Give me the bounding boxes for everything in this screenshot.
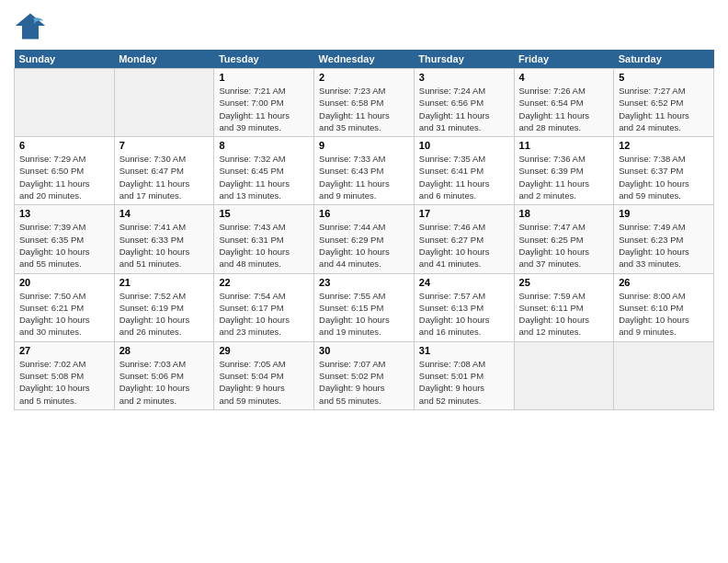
day-cell: 6Sunrise: 7:29 AMSunset: 6:50 PMDaylight… xyxy=(15,137,115,205)
day-info: Sunrise: 7:47 AMSunset: 6:25 PMDaylight:… xyxy=(519,221,609,270)
day-cell: 10Sunrise: 7:35 AMSunset: 6:41 PMDayligh… xyxy=(414,137,514,205)
logo-icon xyxy=(14,9,47,42)
day-info: Sunrise: 7:43 AMSunset: 6:31 PMDaylight:… xyxy=(219,221,309,270)
day-header-saturday: Saturday xyxy=(614,50,714,69)
week-row-3: 13Sunrise: 7:39 AMSunset: 6:35 PMDayligh… xyxy=(15,205,714,273)
svg-marker-0 xyxy=(16,14,45,40)
day-cell: 9Sunrise: 7:33 AMSunset: 6:43 PMDaylight… xyxy=(314,137,415,205)
day-info: Sunrise: 7:52 AMSunset: 6:19 PMDaylight:… xyxy=(119,290,210,339)
day-header-wednesday: Wednesday xyxy=(314,50,415,69)
day-number: 27 xyxy=(19,345,109,356)
day-number: 31 xyxy=(419,345,509,356)
day-cell: 11Sunrise: 7:36 AMSunset: 6:39 PMDayligh… xyxy=(514,137,614,205)
day-cell: 5Sunrise: 7:27 AMSunset: 6:52 PMDaylight… xyxy=(614,69,714,137)
day-info: Sunrise: 7:59 AMSunset: 6:11 PMDaylight:… xyxy=(519,290,609,339)
day-info: Sunrise: 7:23 AMSunset: 6:58 PMDaylight:… xyxy=(319,85,409,133)
day-info: Sunrise: 7:24 AMSunset: 6:56 PMDaylight:… xyxy=(419,85,509,133)
day-number: 3 xyxy=(419,72,509,83)
day-info: Sunrise: 7:03 AMSunset: 5:06 PMDaylight:… xyxy=(119,358,210,407)
day-cell: 27Sunrise: 7:02 AMSunset: 5:08 PMDayligh… xyxy=(15,341,115,409)
calendar-table: SundayMondayTuesdayWednesdayThursdayFrid… xyxy=(14,50,714,410)
day-info: Sunrise: 7:54 AMSunset: 6:17 PMDaylight:… xyxy=(219,290,309,339)
logo xyxy=(14,9,51,42)
day-cell: 4Sunrise: 7:26 AMSunset: 6:54 PMDaylight… xyxy=(514,69,614,137)
day-number: 20 xyxy=(19,277,109,288)
day-number: 9 xyxy=(319,140,409,151)
day-number: 16 xyxy=(319,208,409,219)
day-cell: 22Sunrise: 7:54 AMSunset: 6:17 PMDayligh… xyxy=(214,273,314,341)
day-info: Sunrise: 7:26 AMSunset: 6:54 PMDaylight:… xyxy=(519,85,609,133)
day-number: 30 xyxy=(319,345,409,356)
day-info: Sunrise: 7:50 AMSunset: 6:21 PMDaylight:… xyxy=(19,290,109,339)
day-cell: 3Sunrise: 7:24 AMSunset: 6:56 PMDaylight… xyxy=(414,69,514,137)
day-info: Sunrise: 7:07 AMSunset: 5:02 PMDaylight:… xyxy=(319,358,409,407)
day-header-thursday: Thursday xyxy=(414,50,514,69)
day-number: 17 xyxy=(419,208,509,219)
day-info: Sunrise: 7:36 AMSunset: 6:39 PMDaylight:… xyxy=(519,153,609,201)
day-info: Sunrise: 7:05 AMSunset: 5:04 PMDaylight:… xyxy=(219,358,309,407)
day-info: Sunrise: 7:57 AMSunset: 6:13 PMDaylight:… xyxy=(419,290,509,339)
day-number: 22 xyxy=(219,277,309,288)
page: SundayMondayTuesdayWednesdayThursdayFrid… xyxy=(0,0,728,563)
day-cell: 1Sunrise: 7:21 AMSunset: 7:00 PMDaylight… xyxy=(214,69,314,137)
day-cell: 24Sunrise: 7:57 AMSunset: 6:13 PMDayligh… xyxy=(414,273,514,341)
day-number: 29 xyxy=(219,345,309,356)
day-number: 13 xyxy=(19,208,109,219)
day-info: Sunrise: 7:02 AMSunset: 5:08 PMDaylight:… xyxy=(19,358,109,407)
day-number: 6 xyxy=(19,140,109,151)
day-cell: 29Sunrise: 7:05 AMSunset: 5:04 PMDayligh… xyxy=(214,341,314,409)
day-header-tuesday: Tuesday xyxy=(214,50,314,69)
day-cell: 19Sunrise: 7:49 AMSunset: 6:23 PMDayligh… xyxy=(614,205,714,273)
day-number: 7 xyxy=(119,140,210,151)
day-cell xyxy=(514,341,614,409)
week-row-1: 1Sunrise: 7:21 AMSunset: 7:00 PMDaylight… xyxy=(15,69,714,137)
week-row-5: 27Sunrise: 7:02 AMSunset: 5:08 PMDayligh… xyxy=(15,341,714,409)
day-number: 19 xyxy=(619,208,709,219)
day-number: 8 xyxy=(219,140,309,151)
day-cell: 15Sunrise: 7:43 AMSunset: 6:31 PMDayligh… xyxy=(214,205,314,273)
day-cell: 26Sunrise: 8:00 AMSunset: 6:10 PMDayligh… xyxy=(614,273,714,341)
day-header-friday: Friday xyxy=(514,50,614,69)
day-number: 11 xyxy=(519,140,609,151)
day-number: 15 xyxy=(219,208,309,219)
day-number: 14 xyxy=(119,208,210,219)
day-number: 5 xyxy=(619,72,709,83)
day-info: Sunrise: 7:46 AMSunset: 6:27 PMDaylight:… xyxy=(419,221,509,270)
day-number: 28 xyxy=(119,345,210,356)
day-cell: 18Sunrise: 7:47 AMSunset: 6:25 PMDayligh… xyxy=(514,205,614,273)
day-number: 25 xyxy=(519,277,609,288)
day-number: 1 xyxy=(219,72,309,83)
day-info: Sunrise: 7:30 AMSunset: 6:47 PMDaylight:… xyxy=(119,153,210,201)
day-number: 21 xyxy=(119,277,210,288)
day-cell: 25Sunrise: 7:59 AMSunset: 6:11 PMDayligh… xyxy=(514,273,614,341)
day-info: Sunrise: 7:44 AMSunset: 6:29 PMDaylight:… xyxy=(319,221,409,270)
day-cell: 23Sunrise: 7:55 AMSunset: 6:15 PMDayligh… xyxy=(314,273,415,341)
day-number: 18 xyxy=(519,208,609,219)
day-info: Sunrise: 7:49 AMSunset: 6:23 PMDaylight:… xyxy=(619,221,709,270)
header-row: SundayMondayTuesdayWednesdayThursdayFrid… xyxy=(15,50,714,69)
day-info: Sunrise: 7:27 AMSunset: 6:52 PMDaylight:… xyxy=(619,85,709,133)
day-cell: 28Sunrise: 7:03 AMSunset: 5:06 PMDayligh… xyxy=(114,341,214,409)
day-number: 4 xyxy=(519,72,609,83)
day-info: Sunrise: 7:21 AMSunset: 7:00 PMDaylight:… xyxy=(219,85,309,133)
day-cell: 31Sunrise: 7:08 AMSunset: 5:01 PMDayligh… xyxy=(414,341,514,409)
day-cell: 21Sunrise: 7:52 AMSunset: 6:19 PMDayligh… xyxy=(114,273,214,341)
day-number: 26 xyxy=(619,277,709,288)
day-cell: 20Sunrise: 7:50 AMSunset: 6:21 PMDayligh… xyxy=(15,273,115,341)
day-number: 2 xyxy=(319,72,409,83)
day-info: Sunrise: 7:38 AMSunset: 6:37 PMDaylight:… xyxy=(619,153,709,201)
day-info: Sunrise: 7:33 AMSunset: 6:43 PMDaylight:… xyxy=(319,153,409,201)
day-number: 23 xyxy=(319,277,409,288)
day-cell: 16Sunrise: 7:44 AMSunset: 6:29 PMDayligh… xyxy=(314,205,415,273)
week-row-2: 6Sunrise: 7:29 AMSunset: 6:50 PMDaylight… xyxy=(15,137,714,205)
day-info: Sunrise: 7:08 AMSunset: 5:01 PMDaylight:… xyxy=(419,358,509,407)
day-info: Sunrise: 7:39 AMSunset: 6:35 PMDaylight:… xyxy=(19,221,109,270)
day-cell: 17Sunrise: 7:46 AMSunset: 6:27 PMDayligh… xyxy=(414,205,514,273)
day-cell: 7Sunrise: 7:30 AMSunset: 6:47 PMDaylight… xyxy=(114,137,214,205)
day-header-sunday: Sunday xyxy=(15,50,115,69)
day-number: 10 xyxy=(419,140,509,151)
day-cell: 12Sunrise: 7:38 AMSunset: 6:37 PMDayligh… xyxy=(614,137,714,205)
day-number: 24 xyxy=(419,277,509,288)
day-cell xyxy=(614,341,714,409)
day-info: Sunrise: 7:41 AMSunset: 6:33 PMDaylight:… xyxy=(119,221,210,270)
